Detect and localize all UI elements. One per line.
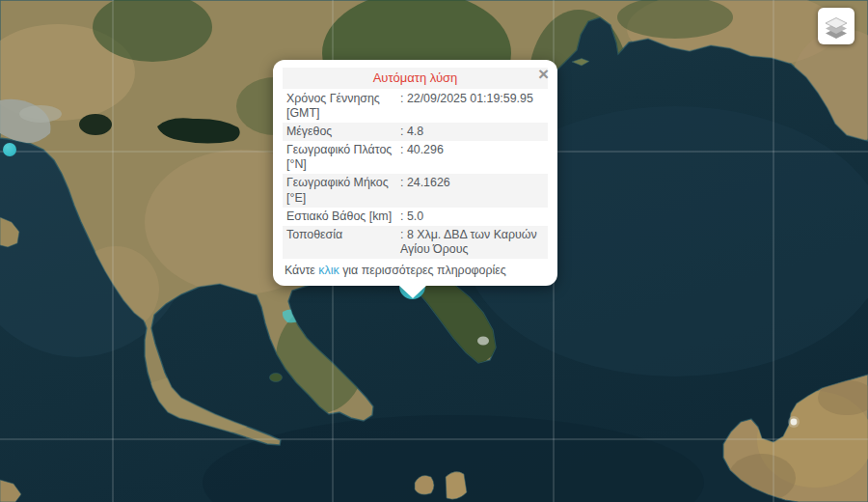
popup-footer: Κάντε κλικ για περισσότερες πληροφορίες — [283, 264, 548, 280]
more-info-link[interactable]: κλικ — [318, 264, 339, 277]
popup-title: Αυτόματη λύση — [283, 68, 548, 89]
layers-icon — [824, 14, 849, 39]
field-value: : 22/09/2025 01:19:59.95 — [400, 92, 544, 121]
field-label: Γεωγραφικό Πλάτος [°N] — [286, 143, 400, 172]
field-value: : 4.8 — [400, 125, 544, 139]
layer-switcher-button[interactable] — [818, 8, 854, 44]
field-value: : 40.296 — [400, 143, 544, 172]
popup-row-depth: Εστιακό Βάθος [km] : 5.0 — [283, 208, 548, 226]
popup-row-longitude: Γεωγραφικό Μήκος [°E] : 24.1626 — [283, 174, 548, 207]
popup-close-button[interactable]: × — [536, 63, 551, 85]
field-value: : 24.1626 — [400, 176, 544, 205]
field-value: : 8 Χλμ. ΔΒΔ των Καρυών Αγίου Όρους — [400, 228, 544, 257]
popup-row-location: Τοποθεσία : 8 Χλμ. ΔΒΔ των Καρυών Αγίου … — [283, 226, 548, 259]
popup-tail — [398, 285, 427, 298]
field-label: Τοποθεσία — [286, 228, 400, 257]
earthquake-info-popup: × Αυτόματη λύση Χρόνος Γέννησης [GMT] : … — [273, 60, 557, 286]
field-label: Γεωγραφικό Μήκος [°E] — [286, 176, 400, 205]
footer-text: για περισσότερες πληροφορίες — [339, 264, 506, 277]
field-label: Μέγεθος — [286, 125, 400, 139]
field-label: Εστιακό Βάθος [km] — [286, 209, 400, 224]
popup-row-latitude: Γεωγραφικό Πλάτος [°N] : 40.296 — [283, 141, 548, 174]
popup-row-origin-time: Χρόνος Γέννησης [GMT] : 22/09/2025 01:19… — [283, 90, 548, 123]
secondary-earthquake-marker[interactable] — [3, 143, 16, 156]
map-viewport[interactable]: × Αυτόματη λύση Χρόνος Γέννησης [GMT] : … — [0, 0, 868, 502]
field-label: Χρόνος Γέννησης [GMT] — [286, 92, 400, 121]
footer-text: Κάντε — [285, 264, 318, 277]
field-value: : 5.0 — [400, 209, 544, 224]
popup-row-magnitude: Μέγεθος : 4.8 — [283, 123, 548, 141]
